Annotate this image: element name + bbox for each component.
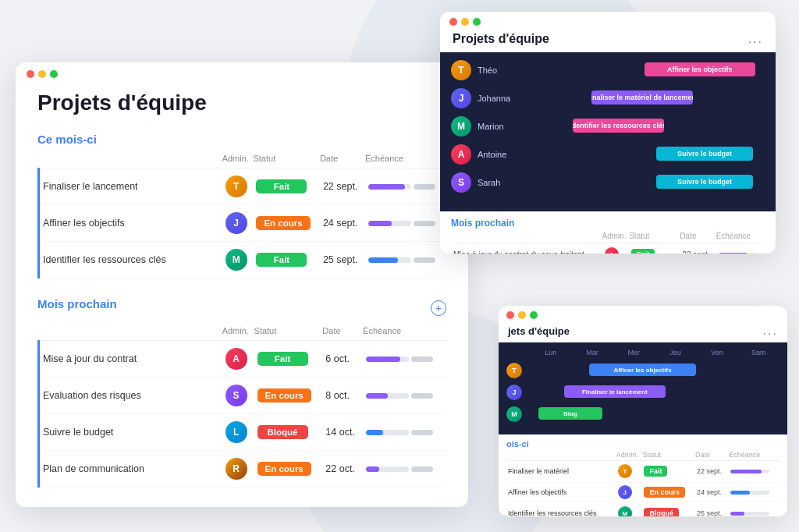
section2-table: Admin. Statut Date Échéance Mise à jour …: [37, 326, 446, 488]
progress-bar-fill: [730, 470, 762, 473]
progress-bar-fill: [366, 466, 379, 472]
progress-bar-fill: [366, 430, 383, 435]
mini-date: 22 sept.: [680, 243, 716, 254]
section1-table: Admin. Statut Date Échéance Finaliser le…: [37, 154, 446, 278]
week-mini-task: Identifier les ressources clés: [506, 503, 616, 517]
progress-bar-bg: [368, 184, 411, 190]
progress-bar-fill: [368, 257, 399, 263]
progress-bar-bg: [366, 356, 409, 362]
week-mini-date: 25 sept.: [695, 503, 729, 517]
task-name-cell: Finaliser le lancement: [39, 168, 222, 205]
avatar: T: [225, 176, 247, 197]
week-avatar: T: [506, 363, 522, 378]
avatar: R: [225, 458, 247, 480]
status-cell: Fait: [253, 242, 319, 278]
progress-bar-fill2: [411, 430, 433, 435]
progress-bar-bg: [719, 253, 758, 254]
minimize-dot[interactable]: [38, 70, 46, 78]
progress-bar-bg: [366, 430, 409, 435]
gantt-bar: Identifier les ressources clés: [573, 119, 664, 133]
gantt-minimize-dot[interactable]: [461, 18, 469, 26]
week-mini-status: Fait: [642, 461, 695, 482]
gantt-maximize-dot[interactable]: [473, 18, 481, 26]
week-status-badge: Fait: [644, 466, 667, 477]
status-cell: En cours: [253, 205, 319, 242]
echeance-cell: [365, 242, 446, 278]
mini-status-badge: Fait: [631, 249, 655, 254]
progress-bar-bg2: [411, 430, 433, 435]
week-mini-date: 24 sept.: [695, 482, 729, 503]
week-mini-section-title: ois-ci: [506, 439, 779, 449]
gantt-avatar: S: [451, 172, 471, 193]
week-mini-echeance: [729, 482, 779, 503]
gantt-bar: Suivre le budget: [656, 147, 752, 161]
window-controls: [16, 62, 468, 83]
week-window-controls: [499, 306, 787, 322]
date-cell: 24 sept.: [320, 205, 365, 242]
week-maximize-dot[interactable]: [530, 311, 538, 319]
task-name-cell: Evaluation des risques: [39, 378, 222, 414]
admin-cell: A: [222, 341, 254, 378]
week-mini-task: Finaliser le matériel: [506, 461, 616, 482]
week-col-header: Mer: [613, 349, 655, 356]
week-mini-admin: J: [616, 482, 643, 503]
status-cell: En cours: [254, 451, 323, 488]
gantt-bar: Suivre le budget: [656, 175, 752, 189]
progress-bar-fill: [366, 393, 388, 399]
week-mini-row: Identifier les ressources clés M Bloqué …: [506, 503, 779, 517]
gantt-row: T Théo Affiner les objectifs: [451, 60, 765, 80]
avatar: A: [225, 348, 247, 370]
col-admin2: Admin.: [222, 326, 254, 341]
task-name-cell: Plan de communication: [39, 451, 222, 488]
gantt-bar: Finaliser le matériel de lancement: [591, 90, 692, 105]
week-close-dot[interactable]: [506, 311, 514, 319]
gantt-more-button[interactable]: ...: [748, 32, 763, 46]
week-minimize-dot[interactable]: [518, 311, 526, 319]
progress-bar-fill2: [414, 184, 435, 190]
gantt-person-name: Marion: [478, 122, 518, 131]
section1-title: Ce mois-ci: [37, 133, 446, 146]
week-col-header: Ven: [696, 349, 737, 356]
date-cell: 14 oct.: [322, 414, 363, 451]
col-echeance: Échéance: [365, 154, 446, 168]
week-gantt-row: J Finaliser le lancement: [506, 385, 779, 400]
col-task2: [39, 326, 222, 341]
section2-title: Mois prochain: [37, 297, 117, 310]
date-cell: 22 sept.: [320, 168, 365, 205]
status-cell: Bloqué: [254, 414, 323, 451]
progress-bar-bg: [368, 257, 411, 263]
gantt-track: Suivre le budget: [524, 175, 765, 190]
gantt-close-dot[interactable]: [449, 18, 457, 26]
gantt-row: A Antoine Suivre le budget: [451, 144, 765, 165]
week-mini-status: Bloqué: [642, 503, 695, 517]
week-gantt-row: M Blog: [506, 406, 779, 422]
maximize-dot[interactable]: [50, 70, 58, 78]
avatar: M: [618, 506, 632, 516]
add-task-button[interactable]: +: [431, 300, 446, 316]
week-gantt-area: LunMarMerJeuVenSam T Affiner les objecti…: [499, 342, 787, 434]
week-mini-table: Admin. Statut Date Échéance Finaliser le…: [506, 451, 779, 516]
status-badge: En cours: [256, 216, 310, 230]
date-cell: 8 oct.: [322, 378, 363, 414]
status-cell: En cours: [254, 378, 323, 414]
status-badge: En cours: [257, 388, 311, 403]
gantt-track: Suivre le budget: [524, 147, 765, 162]
col-statut2: Statut: [254, 326, 323, 341]
week-more-button[interactable]: ...: [763, 324, 778, 338]
week-mini-row: Affiner les objectifs J En cours 24 sept…: [506, 482, 779, 503]
gantt-row: M Marion Identifier les ressources clés: [451, 116, 765, 137]
week-track: Finaliser le lancement: [526, 385, 779, 399]
week-col-header: Sam: [738, 349, 779, 356]
date-cell: 25 sept.: [320, 242, 365, 278]
week-gantt-row: T Affiner les objectifs: [506, 363, 779, 378]
echeance-cell: [365, 205, 446, 242]
progress-bar-bg2: [414, 184, 435, 190]
week-mini-row: Finaliser le matériel T Fait 22 sept.: [506, 461, 779, 482]
admin-cell: L: [222, 414, 254, 451]
week-mini-echeance: [729, 503, 779, 517]
echeance-cell: [365, 168, 446, 205]
week-mini-admin: M: [616, 503, 643, 517]
col-date2: Date: [322, 326, 363, 341]
close-dot[interactable]: [27, 70, 34, 78]
mini-status: Fait: [629, 243, 680, 254]
